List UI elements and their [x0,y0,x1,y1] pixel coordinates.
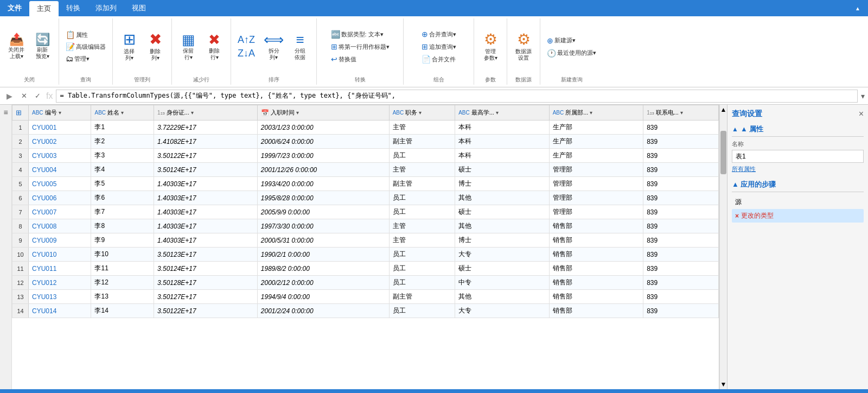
cell-name[interactable]: 李8 [91,219,154,233]
name-input[interactable] [732,150,864,163]
cell-idcard[interactable]: 3.50128E+17 [154,276,257,290]
cell-department[interactable]: 管理部 [549,177,643,191]
cell-name[interactable]: 李6 [91,191,154,205]
cell-name[interactable]: 李10 [91,248,154,262]
cell-phone[interactable]: 839 [643,219,719,233]
cell-department[interactable]: 销售部 [549,304,643,318]
cell-name[interactable]: 李13 [91,290,154,304]
cell-num[interactable]: CYU014 [29,304,91,318]
cell-phone[interactable]: 839 [643,205,719,219]
cell-position[interactable]: 副主管 [389,177,455,191]
cell-position[interactable]: 员工 [389,304,455,318]
cell-department[interactable]: 管理部 [549,191,643,205]
datasource-settings-button[interactable]: ⚙ 数据源设置 [512,31,535,62]
delete-col-button[interactable]: ✖ 删除列▾ [143,31,167,62]
advanced-editor-button[interactable]: 📝 高级编辑器 [63,41,108,52]
cell-position[interactable]: 主管 [389,163,455,177]
cell-education[interactable]: 本科 [455,135,550,149]
properties-button[interactable]: 📋 属性 [63,29,90,40]
cell-department[interactable]: 管理部 [549,163,643,177]
cell-phone[interactable]: 839 [643,276,719,290]
formula-cancel-btn[interactable]: ✕ [19,91,29,101]
cell-department[interactable]: 生产部 [549,135,643,149]
cell-name[interactable]: 李9 [91,233,154,248]
cell-num[interactable]: CYU008 [29,219,91,233]
cell-position[interactable]: 副主管 [389,290,455,304]
cell-num[interactable]: CYU012 [29,276,91,290]
cell-education[interactable]: 博士 [455,177,550,191]
cell-phone[interactable]: 839 [643,177,719,191]
cell-entry-time[interactable]: 1990/2/1 0:00:00 [257,248,389,262]
cell-department[interactable]: 管理部 [549,205,643,219]
formula-confirm-btn[interactable]: ✓ [33,91,43,101]
cell-num[interactable]: CYU004 [29,163,91,177]
cell-name[interactable]: 李4 [91,163,154,177]
cell-education[interactable]: 中专 [455,276,550,290]
cell-department[interactable]: 销售部 [549,290,643,304]
append-query-button[interactable]: ⊞ 追加查询▾ [419,41,458,52]
scroll-down-btn[interactable]: ▼ [720,379,727,389]
col-filter-idcard[interactable]: ▾ [191,110,194,116]
step-item-source[interactable]: 源 [732,195,864,209]
cell-num[interactable]: CYU002 [29,135,91,149]
cell-idcard[interactable]: 3.50122E+17 [154,149,257,163]
cell-idcard[interactable]: 3.72229E+17 [154,121,257,135]
cell-phone[interactable]: 839 [643,262,719,276]
cell-entry-time[interactable]: 2000/6/24 0:00:00 [257,135,389,149]
refresh-preview-button[interactable]: 🔄 刷新预览▾ [30,33,54,61]
cell-idcard[interactable]: 3.50122E+17 [154,304,257,318]
cell-num[interactable]: CYU005 [29,177,91,191]
col-header-education[interactable]: ABC 最高学... ▾ [455,105,550,121]
cell-entry-time[interactable]: 1993/4/20 0:00:00 [257,177,389,191]
col-filter-num[interactable]: ▾ [59,110,61,116]
scroll-thumb[interactable] [720,131,726,174]
recent-source-button[interactable]: 🕐 最近使用的源▾ [545,48,598,59]
cell-education[interactable]: 其他 [455,290,550,304]
all-props-link[interactable]: 所有属性 [732,165,864,173]
cell-idcard[interactable]: 1.40303E+17 [154,205,257,219]
cell-education[interactable]: 大专 [455,248,550,262]
cell-department[interactable]: 生产部 [549,121,643,135]
cell-education[interactable]: 硕士 [455,163,550,177]
cell-name[interactable]: 李12 [91,276,154,290]
cell-entry-time[interactable]: 2000/5/31 0:00:00 [257,233,389,248]
vertical-scrollbar[interactable]: ▲ ▼ [719,105,727,389]
col-header-department[interactable]: ABC 所属部... ▾ [549,105,643,121]
close-load-button[interactable]: 📤 关闭并上载▾ [4,33,28,61]
cell-num[interactable]: CYU013 [29,290,91,304]
cell-entry-time[interactable]: 1995/8/28 0:00:00 [257,191,389,205]
cell-entry-time[interactable]: 2005/9/9 0:00:00 [257,205,389,219]
cell-num[interactable]: CYU010 [29,248,91,262]
new-source-button[interactable]: ⊕ 新建源▾ [545,35,578,46]
cell-position[interactable]: 主管 [389,219,455,233]
cell-idcard[interactable]: 3.50124E+17 [154,262,257,276]
cell-entry-time[interactable]: 2003/1/23 0:00:00 [257,121,389,135]
cell-department[interactable]: 销售部 [549,276,643,290]
cell-name[interactable]: 李2 [91,135,154,149]
cell-num[interactable]: CYU011 [29,262,91,276]
cell-education[interactable]: 本科 [455,149,550,163]
col-filter-phone[interactable]: ▾ [680,110,683,116]
col-header-position[interactable]: ABC 职务 ▾ [389,105,455,121]
cell-idcard[interactable]: 1.41082E+17 [154,135,257,149]
col-filter-education[interactable]: ▾ [496,110,499,116]
cell-department[interactable]: 销售部 [549,219,643,233]
cell-position[interactable]: 主管 [389,233,455,248]
cell-entry-time[interactable]: 2000/2/12 0:00:00 [257,276,389,290]
panel-close-btn[interactable]: × [859,109,864,119]
manage-params-button[interactable]: ⚙ 管理参数▾ [478,31,502,62]
cell-phone[interactable]: 839 [643,233,719,248]
sort-desc-button[interactable]: Z↓A [235,47,257,60]
cell-entry-time[interactable]: 1997/3/30 0:00:00 [257,219,389,233]
cell-department[interactable]: 销售部 [549,248,643,262]
expand-icon[interactable]: ▶ [3,91,16,102]
col-filter-department[interactable]: ▾ [590,110,592,116]
cell-entry-time[interactable]: 1999/7/23 0:00:00 [257,149,389,163]
cell-num[interactable]: CYU001 [29,121,91,135]
split-col-button[interactable]: ⟺ 拆分列▾ [261,31,286,62]
cell-entry-time[interactable]: 2001/2/24 0:00:00 [257,304,389,318]
cell-position[interactable]: 员工 [389,248,455,262]
tab-file[interactable]: 文件 [0,0,29,16]
sort-asc-button[interactable]: A↑Z [235,33,257,47]
merge-query-button[interactable]: ⊕ 合并查询▾ [419,29,458,40]
